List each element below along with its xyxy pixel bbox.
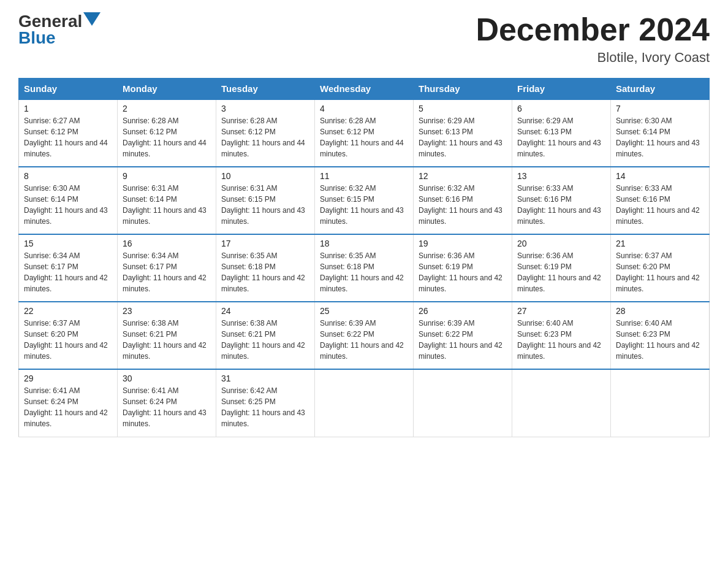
day-number: 14 [616, 171, 704, 181]
day-number: 24 [221, 306, 309, 316]
day-info: Sunrise: 6:36 AMSunset: 6:19 PMDaylight:… [419, 250, 507, 294]
day-info: Sunrise: 6:38 AMSunset: 6:21 PMDaylight:… [221, 318, 309, 362]
day-number: 18 [320, 239, 408, 248]
day-info: Sunrise: 6:30 AMSunset: 6:14 PMDaylight:… [24, 183, 112, 227]
calendar-header-row: SundayMondayTuesdayWednesdayThursdayFrid… [19, 79, 710, 100]
day-info: Sunrise: 6:32 AMSunset: 6:16 PMDaylight:… [419, 183, 507, 227]
day-info: Sunrise: 6:34 AMSunset: 6:17 PMDaylight:… [123, 250, 211, 294]
day-info: Sunrise: 6:29 AMSunset: 6:13 PMDaylight:… [419, 115, 507, 159]
calendar-cell: 25Sunrise: 6:39 AMSunset: 6:22 PMDayligh… [315, 302, 414, 369]
day-info: Sunrise: 6:41 AMSunset: 6:24 PMDaylight:… [123, 385, 211, 429]
day-number: 31 [221, 373, 309, 383]
calendar-table: SundayMondayTuesdayWednesdayThursdayFrid… [18, 78, 710, 437]
calendar-cell: 11Sunrise: 6:32 AMSunset: 6:15 PMDayligh… [315, 167, 414, 234]
calendar-cell: 3Sunrise: 6:28 AMSunset: 6:12 PMDaylight… [216, 99, 315, 167]
page-header: General Blue December 2024 Blotile, Ivor… [18, 12, 710, 66]
calendar-header-tuesday: Tuesday [216, 79, 315, 100]
svg-marker-0 [83, 12, 100, 26]
day-info: Sunrise: 6:35 AMSunset: 6:18 PMDaylight:… [221, 250, 309, 294]
calendar-cell: 14Sunrise: 6:33 AMSunset: 6:16 PMDayligh… [611, 167, 710, 234]
day-info: Sunrise: 6:31 AMSunset: 6:14 PMDaylight:… [123, 183, 211, 227]
calendar-cell: 28Sunrise: 6:40 AMSunset: 6:23 PMDayligh… [611, 302, 710, 369]
day-number: 6 [517, 104, 605, 113]
day-number: 30 [123, 373, 211, 383]
calendar-cell: 31Sunrise: 6:42 AMSunset: 6:25 PMDayligh… [216, 369, 315, 437]
calendar-week-row: 1Sunrise: 6:27 AMSunset: 6:12 PMDaylight… [19, 99, 710, 167]
calendar-cell: 29Sunrise: 6:41 AMSunset: 6:24 PMDayligh… [19, 369, 118, 437]
day-info: Sunrise: 6:33 AMSunset: 6:16 PMDaylight:… [517, 183, 605, 227]
calendar-cell: 6Sunrise: 6:29 AMSunset: 6:13 PMDaylight… [512, 99, 611, 167]
calendar-week-row: 22Sunrise: 6:37 AMSunset: 6:20 PMDayligh… [19, 302, 710, 369]
logo-arrow-icon [83, 12, 100, 29]
calendar-cell: 22Sunrise: 6:37 AMSunset: 6:20 PMDayligh… [19, 302, 118, 369]
calendar-cell: 27Sunrise: 6:40 AMSunset: 6:23 PMDayligh… [512, 302, 611, 369]
day-number: 3 [221, 104, 309, 113]
calendar-cell: 2Sunrise: 6:28 AMSunset: 6:12 PMDaylight… [118, 99, 216, 167]
calendar-cell: 5Sunrise: 6:29 AMSunset: 6:13 PMDaylight… [414, 99, 512, 167]
calendar-cell [414, 369, 512, 437]
calendar-cell: 24Sunrise: 6:38 AMSunset: 6:21 PMDayligh… [216, 302, 315, 369]
day-number: 2 [123, 104, 211, 113]
day-number: 8 [24, 171, 112, 181]
day-number: 25 [320, 306, 408, 316]
calendar-week-row: 8Sunrise: 6:30 AMSunset: 6:14 PMDaylight… [19, 167, 710, 234]
calendar-header-monday: Monday [118, 79, 216, 100]
day-number: 22 [24, 306, 112, 316]
calendar-cell: 9Sunrise: 6:31 AMSunset: 6:14 PMDaylight… [118, 167, 216, 234]
logo-general-text: General [18, 13, 82, 30]
day-info: Sunrise: 6:37 AMSunset: 6:20 PMDaylight:… [616, 250, 704, 294]
day-info: Sunrise: 6:36 AMSunset: 6:19 PMDaylight:… [517, 250, 605, 294]
calendar-cell: 7Sunrise: 6:30 AMSunset: 6:14 PMDaylight… [611, 99, 710, 167]
day-number: 27 [517, 306, 605, 316]
calendar-week-row: 15Sunrise: 6:34 AMSunset: 6:17 PMDayligh… [19, 234, 710, 302]
calendar-cell: 4Sunrise: 6:28 AMSunset: 6:12 PMDaylight… [315, 99, 414, 167]
logo-blue-text: Blue [18, 29, 56, 47]
calendar-cell: 13Sunrise: 6:33 AMSunset: 6:16 PMDayligh… [512, 167, 611, 234]
day-number: 17 [221, 239, 309, 248]
calendar-header-thursday: Thursday [414, 79, 512, 100]
day-info: Sunrise: 6:28 AMSunset: 6:12 PMDaylight:… [320, 115, 408, 159]
calendar-cell [315, 369, 414, 437]
day-info: Sunrise: 6:34 AMSunset: 6:17 PMDaylight:… [24, 250, 112, 294]
calendar-cell: 30Sunrise: 6:41 AMSunset: 6:24 PMDayligh… [118, 369, 216, 437]
day-number: 29 [24, 373, 112, 383]
day-info: Sunrise: 6:40 AMSunset: 6:23 PMDaylight:… [616, 318, 704, 362]
day-info: Sunrise: 6:28 AMSunset: 6:12 PMDaylight:… [221, 115, 309, 159]
calendar-cell: 15Sunrise: 6:34 AMSunset: 6:17 PMDayligh… [19, 234, 118, 302]
day-number: 9 [123, 171, 211, 181]
page-subtitle: Blotile, Ivory Coast [476, 50, 710, 66]
calendar-cell: 26Sunrise: 6:39 AMSunset: 6:22 PMDayligh… [414, 302, 512, 369]
day-info: Sunrise: 6:35 AMSunset: 6:18 PMDaylight:… [320, 250, 408, 294]
day-info: Sunrise: 6:39 AMSunset: 6:22 PMDaylight:… [320, 318, 408, 362]
calendar-cell [512, 369, 611, 437]
logo: General Blue [18, 12, 100, 47]
day-number: 26 [419, 306, 507, 316]
calendar-cell: 18Sunrise: 6:35 AMSunset: 6:18 PMDayligh… [315, 234, 414, 302]
day-info: Sunrise: 6:42 AMSunset: 6:25 PMDaylight:… [221, 385, 309, 429]
day-info: Sunrise: 6:33 AMSunset: 6:16 PMDaylight:… [616, 183, 704, 227]
day-number: 10 [221, 171, 309, 181]
calendar-cell: 16Sunrise: 6:34 AMSunset: 6:17 PMDayligh… [118, 234, 216, 302]
day-number: 4 [320, 104, 408, 113]
day-number: 13 [517, 171, 605, 181]
page-title: December 2024 [476, 12, 710, 47]
day-number: 21 [616, 239, 704, 248]
calendar-cell: 8Sunrise: 6:30 AMSunset: 6:14 PMDaylight… [19, 167, 118, 234]
title-block: December 2024 Blotile, Ivory Coast [476, 12, 710, 66]
day-info: Sunrise: 6:39 AMSunset: 6:22 PMDaylight:… [419, 318, 507, 362]
day-info: Sunrise: 6:41 AMSunset: 6:24 PMDaylight:… [24, 385, 112, 429]
day-number: 5 [419, 104, 507, 113]
day-info: Sunrise: 6:30 AMSunset: 6:14 PMDaylight:… [616, 115, 704, 159]
day-info: Sunrise: 6:37 AMSunset: 6:20 PMDaylight:… [24, 318, 112, 362]
calendar-cell: 19Sunrise: 6:36 AMSunset: 6:19 PMDayligh… [414, 234, 512, 302]
calendar-week-row: 29Sunrise: 6:41 AMSunset: 6:24 PMDayligh… [19, 369, 710, 437]
day-info: Sunrise: 6:28 AMSunset: 6:12 PMDaylight:… [123, 115, 211, 159]
calendar-cell: 10Sunrise: 6:31 AMSunset: 6:15 PMDayligh… [216, 167, 315, 234]
calendar-header-friday: Friday [512, 79, 611, 100]
day-number: 1 [24, 104, 112, 113]
calendar-header-saturday: Saturday [611, 79, 710, 100]
day-info: Sunrise: 6:27 AMSunset: 6:12 PMDaylight:… [24, 115, 112, 159]
day-number: 11 [320, 171, 408, 181]
day-number: 15 [24, 239, 112, 248]
calendar-cell: 12Sunrise: 6:32 AMSunset: 6:16 PMDayligh… [414, 167, 512, 234]
